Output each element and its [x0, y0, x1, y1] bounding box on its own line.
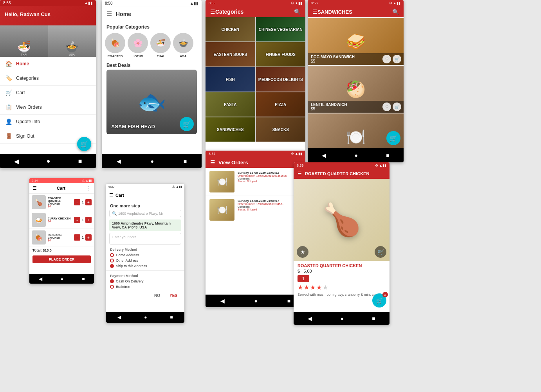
grid-item-eastern[interactable]: EASTERN SOUPS [206, 42, 255, 67]
radio-ship-address[interactable]: Ship to this Address [106, 263, 184, 269]
grid-item-pasta[interactable]: PASTA [206, 92, 255, 117]
detail-hero-cart-btn[interactable]: 🛒 [375, 246, 386, 258]
orders-back-btn[interactable]: ◀ [220, 298, 225, 304]
cat-item-thai[interactable]: 🍜 THAI [150, 33, 171, 58]
cart-order-home-btn[interactable]: ● [144, 315, 147, 320]
sandwiches-recent-btn[interactable]: ■ [386, 152, 389, 158]
sandwiches-home-btn[interactable]: ● [355, 152, 358, 158]
cart-item-2-plus[interactable]: + [85, 217, 92, 223]
orders-home-btn[interactable]: ● [254, 298, 258, 304]
address-search-text: 1600 Amphitheatre Pkwy, Mr [118, 212, 163, 216]
sidebar-item-update[interactable]: 👤 Update info [0, 115, 96, 129]
cart-item-3-plus[interactable]: + [85, 234, 92, 241]
grid-item-finger[interactable]: FINGER FOODS [256, 42, 306, 67]
order-2-date: Sunday 15-08-2020 21:59:17 [238, 199, 301, 203]
categories-menu-icon[interactable]: ☰ [210, 9, 215, 15]
cart-item-1-plus[interactable]: + [85, 199, 92, 205]
detail-bottom-bar: ◀ ● ■ [294, 312, 390, 325]
deal-card[interactable]: 🐟 ASAM FISH HEAD 🛒 [106, 70, 197, 134]
sandwich-card-1[interactable]: 🥪 EGG MAYO SANDWICH $5 ♡ 🛒 [308, 18, 404, 65]
sandwich2-fav-btn[interactable]: ♡ [382, 102, 391, 111]
sandwich1-fav-btn[interactable]: ♡ [382, 55, 391, 63]
grid-item-chicken[interactable]: CHICKEN [206, 17, 255, 41]
cart-item-1-name: ROASTED QUARTER CHICKEN [48, 197, 72, 205]
sidebar-asa-label: ASA [69, 53, 75, 56]
cat-item-lotus[interactable]: 🌸 LOTUS [128, 33, 148, 58]
payment-method-label: Payment Method [106, 272, 184, 279]
grid-item-chinese-veg[interactable]: CHINESE VEGETARIAN [256, 17, 306, 41]
detail-cart-fab[interactable]: 🛒 2 [372, 293, 386, 307]
grid-item-pizza[interactable]: PIZZA [256, 92, 306, 117]
cart-small-menu-icon[interactable]: ☰ [32, 185, 37, 191]
sandwiches-cart-fab[interactable]: 🛒 [386, 131, 400, 145]
detail-home-btn[interactable]: ● [341, 315, 344, 322]
cart-order-yes-button[interactable]: YES [166, 292, 180, 299]
sandwich2-cart-btn[interactable]: 🛒 [393, 102, 401, 111]
sandwich2-actions: ♡ 🛒 [382, 102, 401, 111]
sidebar-categories-label: Categories [16, 76, 39, 81]
note-field[interactable]: Enter your note [109, 233, 181, 245]
detail-recent-btn[interactable]: ■ [372, 315, 375, 322]
sidebar-item-home[interactable]: 🏠 Home [0, 57, 96, 71]
orders-menu-icon[interactable]: ☰ [210, 159, 215, 165]
sandwiches-search-icon[interactable]: 🔍 [392, 9, 399, 15]
sidebar-item-cart[interactable]: 🛒 Cart [0, 86, 96, 100]
cart-item-3-minus[interactable]: - [74, 234, 80, 241]
deal-cart-fab[interactable]: 🛒 [180, 117, 194, 131]
cart-small-home-btn[interactable]: ● [61, 276, 63, 282]
sidebar-item-orders[interactable]: 📋 View Orders [0, 100, 96, 115]
radio-other-address[interactable]: Other Address [106, 258, 184, 263]
order-item-1[interactable]: 🍽️ Sunday 15-08-2020 22:03:12 Order numb… [206, 168, 305, 196]
cat-item-asa[interactable]: 🍲 ASA [173, 33, 193, 58]
place-order-button[interactable]: PLACE ORDER [32, 255, 91, 263]
home-back-btn[interactable]: ◀ [117, 158, 121, 164]
radio-cash[interactable]: Cash On Delivery [106, 279, 184, 284]
chicken-label: CHICKEN [221, 27, 239, 32]
back-btn[interactable]: ◀ [14, 158, 19, 165]
radio-braintree[interactable]: Braintree [106, 284, 184, 290]
sandwiches-menu-icon[interactable]: ☰ [312, 9, 317, 15]
cart-order-back-btn[interactable]: ◀ [117, 315, 121, 320]
home-menu-icon[interactable]: ☰ [106, 10, 112, 18]
detail-menu-icon[interactable]: ☰ [298, 171, 302, 176]
home-recent-btn[interactable]: ■ [184, 158, 187, 164]
sandwiches-status-bar: 8:56 ⚙ ▲▮▮ [308, 0, 404, 6]
star-5: ★ [323, 284, 328, 291]
cart-small-more-icon[interactable]: ⋮ [85, 185, 91, 191]
radio-other-label: Other Address [116, 259, 139, 263]
detail-fav-btn[interactable]: ★ [297, 246, 308, 258]
sidebar-cart-fab[interactable]: 🛒 [77, 137, 91, 151]
cat-item-roasted[interactable]: 🍖 ROASTED [105, 33, 125, 58]
cart-order-recent-btn[interactable]: ■ [170, 315, 173, 320]
radio-home-address[interactable]: Home Address [106, 252, 184, 258]
grid-item-fish[interactable]: FISH [206, 67, 255, 92]
sandwiches-icons: ⚙ ▲▮▮ [389, 1, 400, 5]
cart-small-recent-btn[interactable]: ■ [82, 276, 85, 282]
sandwich1-cart-btn[interactable]: 🛒 [393, 55, 401, 63]
orders-time: 8:57 [209, 152, 216, 156]
order-item-2[interactable]: 🍽️ Sunday 15-08-2020 21:59:17 Order numb… [206, 196, 305, 224]
star-2: ★ [304, 284, 309, 291]
recent-btn[interactable]: ■ [78, 158, 82, 165]
cart-order-menu-icon[interactable]: ☰ [109, 192, 113, 198]
sandwiches-back-btn[interactable]: ◀ [322, 152, 326, 158]
cart-small-back-btn[interactable]: ◀ [39, 276, 42, 282]
detail-back-btn[interactable]: ◀ [308, 315, 312, 322]
sandwiches-title: SANDWICHES [317, 9, 352, 15]
cart-item-2-minus[interactable]: - [74, 217, 80, 223]
grid-item-snacks[interactable]: SNACKS [256, 117, 306, 142]
orders-recent-btn[interactable]: ■ [287, 298, 290, 304]
grid-item-sandwiches[interactable]: SANDWICHES [206, 117, 255, 142]
delivery-method-label: Delivery Method [106, 246, 184, 252]
cart-item-1-minus[interactable]: - [74, 199, 80, 205]
home-home-btn[interactable]: ● [151, 158, 154, 164]
sidebar-item-categories[interactable]: 🏷️ Categories [0, 71, 96, 86]
cart-order-no-button[interactable]: NO [151, 292, 163, 299]
sandwich-card-2[interactable]: 🥙 LENTIL SANDWICH $5 ♡ 🛒 [308, 66, 404, 113]
categories-search-icon[interactable]: 🔍 [294, 9, 301, 15]
categories-header: ☰ Categories 🔍 [206, 6, 305, 17]
deal-name: ASAM FISH HEAD [111, 124, 155, 129]
home-btn[interactable]: ● [47, 158, 50, 165]
cart-small-bottom-bar: ◀ ● ■ [29, 274, 94, 284]
grid-item-medifoods[interactable]: MEDIFOODS DELIGHTS [256, 67, 306, 92]
